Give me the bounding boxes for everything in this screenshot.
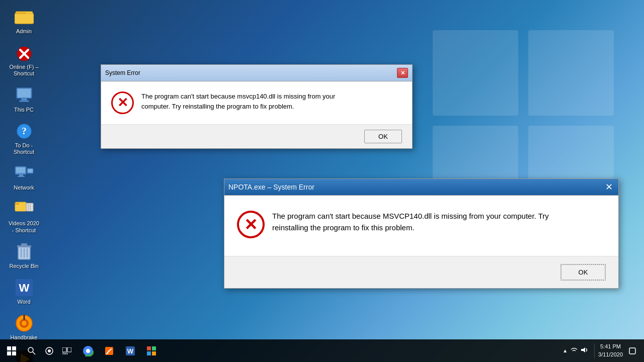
desktop-icons-container: Admin Online (F) – Shortcut <box>5 5 43 362</box>
svg-rect-59 <box>67 347 71 352</box>
clock-date: 3/11/2020 <box>598 351 623 358</box>
system-error-close-button[interactable]: ✕ <box>397 68 408 78</box>
word-icon-label: Word <box>17 299 30 305</box>
task-view-button[interactable] <box>58 339 75 362</box>
desktop-icon-videos-shortcut[interactable]: Videos 2020 - Shortcut <box>5 197 43 235</box>
svg-rect-50 <box>7 346 11 350</box>
system-error-icon: ✕ <box>111 92 134 114</box>
desktop-icon-this-pc[interactable]: This PC <box>5 83 43 115</box>
taskbar-right: ▲ 5:41 PM 3/11/2 <box>559 339 644 362</box>
svg-text:W: W <box>127 347 134 355</box>
svg-line-55 <box>33 352 35 354</box>
system-error-footer: OK <box>101 124 412 148</box>
system-error-ok-button[interactable]: OK <box>364 130 402 143</box>
todo-shortcut-icon-label: To Do - Shortcut <box>7 142 41 155</box>
system-error-dialog: System Error ✕ ✕ The program can't start… <box>101 64 413 149</box>
recycle-bin-icon-label: Recycle Bin <box>9 263 38 269</box>
npota-error-titlebar: NPOTA.exe – System Error ✕ <box>224 179 618 196</box>
npota-error-icon: ✕ <box>237 211 265 238</box>
svg-rect-70 <box>147 346 151 350</box>
system-error-message: The program can't start because msvcp140… <box>141 92 358 111</box>
start-button[interactable] <box>0 339 23 362</box>
taskbar: W ▲ <box>0 339 644 362</box>
word-icon: W <box>14 278 34 298</box>
svg-rect-0 <box>433 30 518 116</box>
desktop: Admin Online (F) – Shortcut <box>0 0 644 362</box>
svg-rect-71 <box>152 346 156 350</box>
system-tray: ▲ <box>559 347 591 354</box>
this-pc-icon <box>14 85 34 106</box>
system-error-titlebar: System Error ✕ <box>101 65 412 81</box>
svg-rect-11 <box>17 88 31 97</box>
desktop-icon-todo-shortcut[interactable]: ? To Do - Shortcut <box>5 119 43 157</box>
videos-shortcut-icon <box>14 199 34 219</box>
desktop-icon-word[interactable]: W Word <box>5 276 43 307</box>
npota-error-message: The program can't start because MSVCP140… <box>272 211 574 233</box>
svg-rect-6 <box>15 14 34 24</box>
npota-error-ok-button[interactable]: OK <box>560 264 606 281</box>
npota-error-title: NPOTA.exe – System Error <box>228 183 603 191</box>
search-button[interactable] <box>23 339 40 362</box>
todo-shortcut-icon: ? <box>14 121 34 141</box>
svg-point-54 <box>28 347 33 352</box>
tray-chevron[interactable]: ▲ <box>562 348 568 353</box>
svg-rect-30 <box>21 243 27 245</box>
notification-center-button[interactable] <box>625 339 640 362</box>
svg-point-38 <box>22 321 27 326</box>
system-error-body: ✕ The program can't start because msvcp1… <box>101 81 412 124</box>
svg-rect-52 <box>7 351 11 355</box>
handbrake-icon <box>14 313 34 333</box>
npota-error-close-button[interactable]: ✕ <box>603 182 614 192</box>
svg-rect-23 <box>15 203 19 205</box>
recycle-bin-icon <box>14 242 34 262</box>
tray-network-icon <box>571 347 578 354</box>
svg-marker-74 <box>581 347 585 352</box>
taskbar-pencil-app[interactable] <box>99 340 119 361</box>
svg-rect-58 <box>62 347 66 352</box>
taskbar-tiles-app[interactable] <box>141 340 162 361</box>
desktop-icon-recycle-bin[interactable]: Recycle Bin <box>5 240 43 272</box>
npota-error-footer: OK <box>224 256 618 288</box>
svg-text:?: ? <box>22 125 27 136</box>
svg-rect-1 <box>528 30 614 116</box>
svg-rect-73 <box>152 351 156 355</box>
svg-rect-17 <box>16 167 25 173</box>
svg-rect-19 <box>18 176 25 177</box>
desktop-icon-admin[interactable]: Admin <box>5 5 43 37</box>
svg-text:W: W <box>19 282 29 294</box>
svg-rect-75 <box>629 348 635 354</box>
desktop-icon-handbrake[interactable]: Handbrake <box>5 311 43 343</box>
desktop-icon-online-shortcut[interactable]: Online (F) – Shortcut <box>5 41 43 79</box>
online-shortcut-icon-label: Online (F) – Shortcut <box>7 64 41 77</box>
taskbar-chrome[interactable] <box>78 340 98 361</box>
svg-rect-51 <box>12 346 16 350</box>
tray-volume-icon <box>581 347 588 354</box>
svg-point-64 <box>86 349 90 353</box>
svg-rect-24 <box>15 205 26 211</box>
npota-error-body: ✕ The program can't start because MSVCP1… <box>224 196 618 256</box>
online-shortcut-icon <box>14 43 34 63</box>
svg-rect-60 <box>62 353 64 354</box>
taskbar-divider <box>594 343 595 358</box>
svg-rect-12 <box>21 98 27 100</box>
taskbar-clock[interactable]: 5:41 PM 3/11/2020 <box>598 343 623 358</box>
admin-icon-label: Admin <box>16 28 32 35</box>
network-icon-label: Network <box>14 185 34 191</box>
svg-rect-25 <box>26 203 33 211</box>
svg-rect-18 <box>19 174 23 176</box>
cortana-button[interactable] <box>40 339 58 362</box>
admin-icon <box>14 7 34 27</box>
system-error-title: System Error <box>105 69 397 76</box>
svg-rect-29 <box>17 245 31 247</box>
svg-point-57 <box>48 349 51 352</box>
svg-rect-13 <box>19 100 29 102</box>
svg-rect-21 <box>28 169 33 172</box>
taskbar-pinned-apps: W <box>78 340 162 361</box>
this-pc-icon-label: This PC <box>14 107 34 113</box>
videos-shortcut-icon-label: Videos 2020 - Shortcut <box>7 220 41 233</box>
svg-rect-61 <box>65 353 67 354</box>
desktop-icon-network[interactable]: Network <box>5 161 43 193</box>
network-icon <box>14 163 34 184</box>
svg-rect-53 <box>12 351 16 355</box>
taskbar-word-app[interactable]: W <box>120 340 140 361</box>
